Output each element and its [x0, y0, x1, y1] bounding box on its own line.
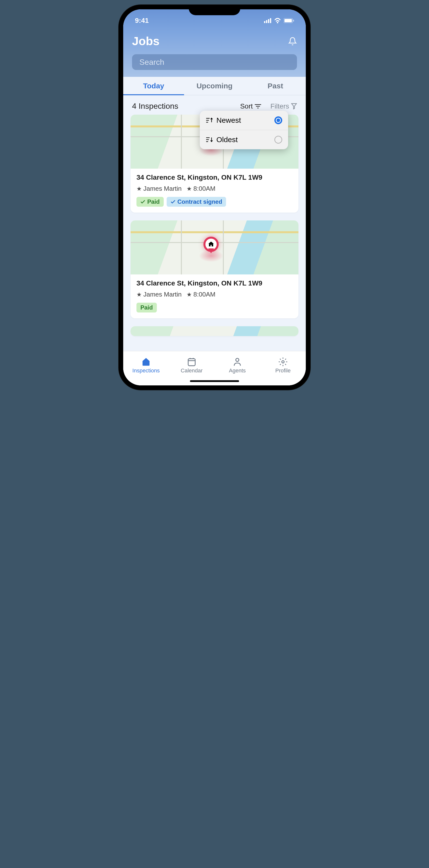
star-icon: ★	[136, 291, 142, 298]
svg-point-21	[282, 361, 284, 363]
map-pin-icon	[204, 237, 219, 252]
status-badge-paid: Paid	[136, 303, 157, 312]
phone-frame: 9:41 Jobs Today Upcoming Past	[119, 5, 310, 390]
sort-asc-icon	[206, 117, 214, 124]
status-icons	[264, 18, 294, 23]
check-icon	[171, 200, 176, 204]
nav-inspections[interactable]: Inspections	[123, 351, 169, 379]
cellular-icon	[264, 18, 271, 23]
svg-rect-6	[293, 20, 294, 22]
inspection-card[interactable]: 34 Clarence St, Kingston, ON K7L 1W9 ★Ja…	[130, 220, 299, 318]
gear-icon	[278, 357, 288, 367]
svg-point-20	[236, 358, 239, 361]
svg-rect-16	[188, 359, 195, 366]
sort-option-oldest[interactable]: Oldest	[200, 130, 288, 149]
person-icon	[233, 357, 242, 367]
sort-option-label: Oldest	[216, 135, 272, 144]
svg-rect-2	[268, 19, 269, 23]
calendar-icon	[187, 357, 196, 367]
nav-calendar[interactable]: Calendar	[169, 351, 214, 379]
star-icon: ★	[186, 291, 192, 298]
sort-icon	[255, 104, 261, 108]
bell-icon[interactable]	[288, 36, 297, 46]
svg-rect-0	[264, 21, 265, 23]
card-body: 34 Clarence St, Kingston, ON K7L 1W9 ★Ja…	[130, 274, 299, 318]
card-meta: ★James Martin ★8:00AM	[136, 185, 293, 192]
appointment-time: 8:00AM	[193, 185, 215, 192]
wifi-icon	[274, 18, 281, 23]
tab-past[interactable]: Past	[245, 77, 306, 95]
radio-checked-icon	[274, 116, 282, 124]
card-meta: ★James Martin ★8:00AM	[136, 291, 293, 298]
home-indicator[interactable]	[190, 380, 239, 382]
check-icon	[141, 200, 145, 204]
sort-label: Sort	[240, 102, 252, 110]
map-preview	[130, 220, 299, 274]
list-header: 4 Inspections Sort Newest	[123, 100, 306, 115]
inspection-count: 4 Inspections	[132, 102, 235, 111]
card-address: 34 Clarence St, Kingston, ON K7L 1W9	[136, 279, 293, 287]
inspection-card[interactable]	[130, 326, 299, 336]
status-badge-paid: Paid	[136, 197, 164, 207]
filter-icon	[291, 103, 297, 110]
star-icon: ★	[136, 185, 142, 192]
tab-today[interactable]: Today	[123, 77, 184, 95]
sort-dropdown: Newest Oldest	[200, 111, 288, 149]
star-icon: ★	[186, 185, 192, 192]
nav-agents[interactable]: Agents	[214, 351, 260, 379]
nav-profile[interactable]: Profile	[260, 351, 306, 379]
radio-unchecked-icon	[274, 136, 282, 144]
filter-label: Filters	[271, 102, 289, 110]
sort-option-label: Newest	[216, 116, 272, 124]
agent-name: James Martin	[143, 291, 182, 298]
card-body: 34 Clarence St, Kingston, ON K7L 1W9 ★Ja…	[130, 168, 299, 213]
status-badges: Paid Contract signed	[136, 197, 293, 207]
agent-name: James Martin	[143, 185, 182, 192]
filter-button[interactable]: Filters	[271, 102, 297, 110]
map-preview	[130, 326, 299, 336]
svg-rect-3	[270, 18, 271, 23]
svg-rect-1	[266, 20, 267, 23]
content-area: 4 Inspections Sort Newest	[123, 95, 306, 385]
search-input[interactable]	[132, 54, 297, 70]
tab-upcoming[interactable]: Upcoming	[184, 77, 245, 95]
page-title: Jobs	[132, 34, 159, 48]
house-icon	[141, 357, 151, 367]
header: Jobs	[123, 29, 306, 77]
sort-option-newest[interactable]: Newest	[200, 111, 288, 130]
sort-desc-icon	[206, 136, 214, 143]
card-address: 34 Clarence St, Kingston, ON K7L 1W9	[136, 174, 293, 181]
status-badge-signed: Contract signed	[166, 197, 226, 207]
battery-icon	[284, 18, 294, 23]
screen: 9:41 Jobs Today Upcoming Past	[123, 9, 306, 385]
status-badges: Paid	[136, 303, 293, 312]
appointment-time: 8:00AM	[193, 291, 215, 298]
status-time: 9:41	[135, 17, 149, 25]
device-notch	[189, 5, 240, 15]
sort-button[interactable]: Sort Newest Oldest	[240, 102, 261, 110]
tabs: Today Upcoming Past	[123, 77, 306, 95]
svg-rect-5	[284, 19, 292, 22]
